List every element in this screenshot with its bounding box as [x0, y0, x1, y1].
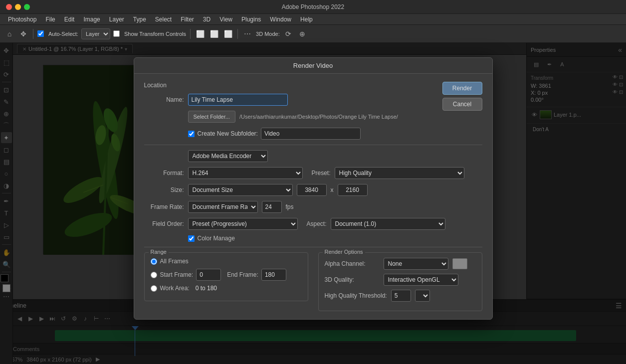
render-options-section: Render Options Alpha Channel: None 3D Qu… [318, 252, 482, 311]
divider-1 [144, 145, 482, 145]
menu-help[interactable]: Help [296, 15, 317, 24]
render-button[interactable]: Render [442, 82, 482, 95]
range-column: Range All Frames Start Frame: End Frame: [144, 252, 308, 311]
menu-image[interactable]: Image [79, 15, 104, 24]
auto-select-checkbox[interactable] [37, 30, 44, 37]
name-row: Name: [144, 94, 482, 106]
menu-window[interactable]: Window [266, 15, 295, 24]
high-quality-threshold-label: High Quality Threshold: [325, 292, 387, 299]
menu-3d[interactable]: 3D [199, 15, 214, 24]
work-area-label: Work Area: [160, 285, 190, 292]
threshold-unit-select[interactable] [415, 290, 430, 302]
create-subfolder-label: Create New Subfolder: [198, 130, 258, 137]
color-manage-checkbox[interactable] [188, 235, 195, 242]
select-folder-button[interactable]: Select Folder... [188, 111, 235, 123]
range-section: Range All Frames Start Frame: End Frame: [144, 252, 308, 301]
height-input[interactable] [338, 184, 368, 196]
create-subfolder-checkbox[interactable] [188, 131, 195, 137]
color-manage-label: Color Manage [198, 235, 235, 242]
menu-filter[interactable]: Filter [177, 15, 198, 24]
menu-type[interactable]: Type [129, 15, 150, 24]
alpha-channel-label: Alpha Channel: [325, 260, 380, 267]
traffic-lights [6, 4, 30, 10]
alpha-channel-row: Alpha Channel: None [325, 258, 476, 270]
modal-overlay: Render Video Render Cancel Location Name… [0, 43, 626, 364]
range-title: Range [149, 249, 169, 255]
show-transform-checkbox[interactable] [113, 30, 120, 37]
render-options-column: Render Options Alpha Channel: None 3D Qu… [318, 252, 482, 311]
work-area-radio[interactable] [151, 285, 157, 292]
3d-quality-select[interactable]: Interactive OpenGL [384, 274, 458, 286]
toolbar-separator-3 [237, 29, 238, 39]
alpha-color-swatch[interactable] [452, 258, 467, 269]
size-label: Size: [144, 186, 184, 193]
home-icon[interactable]: ⌂ [4, 28, 15, 39]
framerate-select[interactable]: Document Frame Rate [188, 201, 258, 213]
end-frame-label: End Frame: [227, 271, 258, 278]
format-preset-row: Format: H.264 Preset: High Quality [144, 167, 482, 179]
show-transform-label: Show Transform Controls [124, 31, 186, 37]
fps-label: fps [286, 203, 294, 210]
location-section-label: Location [144, 82, 482, 89]
divider-2 [144, 247, 482, 247]
menu-photoshop[interactable]: Photoshop [4, 15, 40, 24]
start-frame-row: Start Frame: End Frame: [151, 269, 302, 281]
end-frame-input[interactable] [261, 269, 286, 281]
more-icon[interactable]: ⋯ [242, 28, 253, 39]
preset-label: Preset: [312, 170, 331, 177]
format-select[interactable]: H.264 [188, 167, 303, 179]
start-frame-radio[interactable] [151, 272, 157, 278]
menu-layer[interactable]: Layer [105, 15, 128, 24]
x-separator: x [331, 186, 334, 193]
fieldorder-select[interactable]: Preset (Progressive) [188, 218, 298, 230]
fieldorder-label: Field Order: [144, 220, 184, 227]
threshold-input[interactable] [391, 290, 411, 302]
toolbar-separator [33, 29, 33, 39]
encoder-select[interactable]: Adobe Media Encoder [188, 150, 268, 162]
size-select[interactable]: Document Size [188, 184, 293, 196]
high-quality-threshold-row: High Quality Threshold: [325, 290, 476, 302]
3d-quality-label: 3D Quality: [325, 276, 380, 283]
align-left-icon[interactable]: ⬜ [195, 28, 206, 39]
maximize-button[interactable] [24, 4, 30, 10]
menu-file[interactable]: File [41, 15, 59, 24]
folder-row: Select Folder... /Users/aarthiarunkumar/… [144, 111, 482, 123]
app-title: Adobe Photoshop 2022 [282, 3, 344, 10]
aspect-select[interactable]: Document (1.0) [331, 218, 445, 230]
close-button[interactable] [6, 4, 12, 10]
all-frames-label: All Frames [160, 258, 189, 265]
3d-pan-icon[interactable]: ⊕ [297, 28, 308, 39]
minimize-button[interactable] [15, 4, 21, 10]
create-subfolder-row: Create New Subfolder: [188, 128, 482, 140]
toolbar: ⌂ ✥ Auto-Select: Layer Show Transform Co… [0, 25, 626, 43]
menu-edit[interactable]: Edit [60, 15, 79, 24]
framerate-row: Frame Rate: Document Frame Rate fps [144, 201, 482, 213]
3d-rotate-icon[interactable]: ⟳ [283, 28, 294, 39]
menu-plugins[interactable]: Plugins [237, 15, 265, 24]
framerate-label: Frame Rate: [144, 203, 184, 210]
menu-view[interactable]: View [215, 15, 236, 24]
all-frames-radio[interactable] [151, 258, 157, 265]
fps-input[interactable] [262, 201, 282, 213]
name-input[interactable] [188, 94, 288, 106]
menu-bar: Photoshop File Edit Image Layer Type Sel… [0, 14, 626, 25]
width-input[interactable] [297, 184, 327, 196]
fieldorder-row: Field Order: Preset (Progressive) Aspect… [144, 218, 482, 230]
size-row: Size: Document Size x [144, 184, 482, 196]
render-video-dialog: Render Video Render Cancel Location Name… [134, 57, 493, 320]
subfolder-input[interactable] [261, 128, 361, 140]
3d-quality-row: 3D Quality: Interactive OpenGL [325, 274, 476, 286]
preset-select[interactable]: High Quality [335, 167, 464, 179]
align-center-icon[interactable]: ⬜ [209, 28, 219, 39]
name-label: Name: [144, 96, 184, 103]
start-frame-input[interactable] [196, 269, 221, 281]
layer-select[interactable]: Layer [81, 28, 110, 39]
render-options-title: Render Options [323, 249, 365, 255]
format-label: Format: [144, 170, 184, 177]
cancel-button[interactable]: Cancel [442, 98, 482, 111]
alpha-channel-select[interactable]: None [384, 258, 448, 270]
menu-select[interactable]: Select [151, 15, 176, 24]
move-icon[interactable]: ✥ [18, 28, 29, 39]
dialog-title: Render Video [134, 58, 492, 74]
align-right-icon[interactable]: ⬜ [222, 28, 233, 39]
